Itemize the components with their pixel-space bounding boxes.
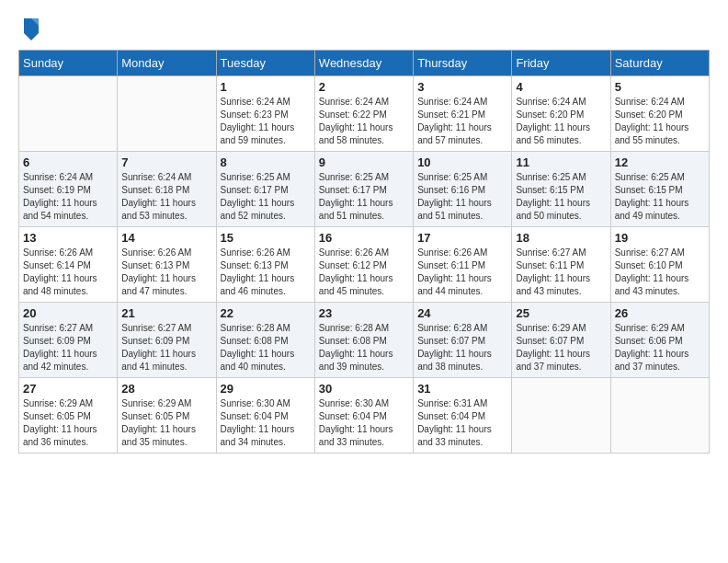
calendar-cell: 13Sunrise: 6:26 AM Sunset: 6:14 PM Dayli… [19, 227, 118, 303]
calendar-cell: 7Sunrise: 6:24 AM Sunset: 6:18 PM Daylig… [118, 152, 216, 227]
calendar-cell: 29Sunrise: 6:30 AM Sunset: 6:04 PM Dayli… [216, 378, 314, 454]
page-header [18, 18, 710, 40]
calendar-cell: 20Sunrise: 6:27 AM Sunset: 6:09 PM Dayli… [19, 303, 118, 378]
day-number: 11 [516, 155, 606, 169]
day-number: 19 [615, 231, 705, 245]
calendar-cell: 28Sunrise: 6:29 AM Sunset: 6:05 PM Dayli… [118, 378, 216, 454]
day-info: Sunrise: 6:28 AM Sunset: 6:08 PM Dayligh… [319, 322, 409, 373]
calendar-cell: 6Sunrise: 6:24 AM Sunset: 6:19 PM Daylig… [19, 152, 118, 227]
calendar-cell: 22Sunrise: 6:28 AM Sunset: 6:08 PM Dayli… [216, 303, 314, 378]
calendar-cell: 1Sunrise: 6:24 AM Sunset: 6:23 PM Daylig… [216, 76, 314, 152]
day-info: Sunrise: 6:31 AM Sunset: 6:04 PM Dayligh… [417, 397, 507, 449]
day-number: 24 [417, 306, 507, 320]
weekday-header-tuesday: Tuesday [216, 51, 314, 76]
day-number: 9 [319, 155, 409, 169]
calendar-cell: 5Sunrise: 6:24 AM Sunset: 6:20 PM Daylig… [610, 76, 709, 152]
day-info: Sunrise: 6:24 AM Sunset: 6:20 PM Dayligh… [516, 96, 606, 147]
day-info: Sunrise: 6:24 AM Sunset: 6:22 PM Dayligh… [319, 96, 409, 147]
day-number: 13 [23, 231, 113, 245]
day-number: 17 [417, 231, 507, 245]
day-info: Sunrise: 6:27 AM Sunset: 6:10 PM Dayligh… [615, 247, 705, 298]
calendar-cell: 16Sunrise: 6:26 AM Sunset: 6:12 PM Dayli… [314, 227, 413, 303]
day-info: Sunrise: 6:29 AM Sunset: 6:06 PM Dayligh… [615, 322, 705, 373]
day-info: Sunrise: 6:25 AM Sunset: 6:15 PM Dayligh… [615, 171, 705, 223]
day-info: Sunrise: 6:27 AM Sunset: 6:11 PM Dayligh… [516, 247, 606, 298]
calendar-cell [118, 76, 216, 152]
day-number: 14 [121, 231, 211, 245]
day-info: Sunrise: 6:24 AM Sunset: 6:20 PM Dayligh… [615, 96, 705, 147]
day-info: Sunrise: 6:29 AM Sunset: 6:07 PM Dayligh… [516, 322, 606, 373]
day-info: Sunrise: 6:26 AM Sunset: 6:14 PM Dayligh… [23, 247, 113, 298]
day-number: 26 [615, 306, 705, 320]
day-number: 16 [319, 231, 409, 245]
calendar-cell: 21Sunrise: 6:27 AM Sunset: 6:09 PM Dayli… [118, 303, 216, 378]
day-info: Sunrise: 6:25 AM Sunset: 6:17 PM Dayligh… [221, 171, 311, 223]
day-number: 22 [221, 306, 311, 320]
calendar-table: SundayMondayTuesdayWednesdayThursdayFrid… [18, 50, 710, 454]
calendar-cell: 10Sunrise: 6:25 AM Sunset: 6:16 PM Dayli… [414, 152, 512, 227]
calendar-cell: 3Sunrise: 6:24 AM Sunset: 6:21 PM Daylig… [414, 76, 512, 152]
calendar-cell: 27Sunrise: 6:29 AM Sunset: 6:05 PM Dayli… [19, 378, 118, 454]
calendar-cell: 26Sunrise: 6:29 AM Sunset: 6:06 PM Dayli… [610, 303, 709, 378]
logo [18, 18, 42, 40]
calendar-cell: 8Sunrise: 6:25 AM Sunset: 6:17 PM Daylig… [216, 152, 314, 227]
calendar-cell [610, 378, 709, 454]
calendar-week-5: 27Sunrise: 6:29 AM Sunset: 6:05 PM Dayli… [19, 378, 710, 454]
day-info: Sunrise: 6:26 AM Sunset: 6:13 PM Dayligh… [221, 247, 311, 298]
day-info: Sunrise: 6:29 AM Sunset: 6:05 PM Dayligh… [121, 397, 211, 449]
calendar-cell: 23Sunrise: 6:28 AM Sunset: 6:08 PM Dayli… [314, 303, 413, 378]
day-info: Sunrise: 6:24 AM Sunset: 6:18 PM Dayligh… [121, 171, 211, 223]
day-info: Sunrise: 6:27 AM Sunset: 6:09 PM Dayligh… [23, 322, 113, 373]
weekday-header-row: SundayMondayTuesdayWednesdayThursdayFrid… [19, 51, 710, 76]
calendar-week-2: 6Sunrise: 6:24 AM Sunset: 6:19 PM Daylig… [19, 152, 710, 227]
day-info: Sunrise: 6:26 AM Sunset: 6:13 PM Dayligh… [121, 247, 211, 298]
day-number: 27 [23, 382, 113, 396]
weekday-header-saturday: Saturday [610, 51, 709, 76]
day-number: 18 [516, 231, 606, 245]
day-number: 15 [221, 231, 311, 245]
calendar-cell: 31Sunrise: 6:31 AM Sunset: 6:04 PM Dayli… [414, 378, 512, 454]
calendar-cell: 9Sunrise: 6:25 AM Sunset: 6:17 PM Daylig… [314, 152, 413, 227]
day-number: 12 [615, 155, 705, 169]
calendar-week-3: 13Sunrise: 6:26 AM Sunset: 6:14 PM Dayli… [19, 227, 710, 303]
day-number: 21 [121, 306, 211, 320]
day-number: 8 [221, 155, 311, 169]
weekday-header-wednesday: Wednesday [314, 51, 413, 76]
day-info: Sunrise: 6:27 AM Sunset: 6:09 PM Dayligh… [121, 322, 211, 373]
calendar-cell: 24Sunrise: 6:28 AM Sunset: 6:07 PM Dayli… [414, 303, 512, 378]
day-number: 28 [121, 382, 211, 396]
day-number: 1 [221, 80, 311, 94]
calendar-cell: 25Sunrise: 6:29 AM Sunset: 6:07 PM Dayli… [512, 303, 610, 378]
weekday-header-monday: Monday [118, 51, 216, 76]
calendar-cell: 11Sunrise: 6:25 AM Sunset: 6:15 PM Dayli… [512, 152, 610, 227]
day-info: Sunrise: 6:25 AM Sunset: 6:15 PM Dayligh… [516, 171, 606, 223]
day-info: Sunrise: 6:24 AM Sunset: 6:19 PM Dayligh… [23, 171, 113, 223]
calendar-cell: 18Sunrise: 6:27 AM Sunset: 6:11 PM Dayli… [512, 227, 610, 303]
day-info: Sunrise: 6:30 AM Sunset: 6:04 PM Dayligh… [319, 397, 409, 449]
weekday-header-friday: Friday [512, 51, 610, 76]
calendar-cell: 19Sunrise: 6:27 AM Sunset: 6:10 PM Dayli… [610, 227, 709, 303]
calendar-cell: 17Sunrise: 6:26 AM Sunset: 6:11 PM Dayli… [414, 227, 512, 303]
day-number: 10 [417, 155, 507, 169]
calendar-cell: 30Sunrise: 6:30 AM Sunset: 6:04 PM Dayli… [314, 378, 413, 454]
day-number: 29 [221, 382, 311, 396]
day-info: Sunrise: 6:25 AM Sunset: 6:17 PM Dayligh… [319, 171, 409, 223]
day-info: Sunrise: 6:30 AM Sunset: 6:04 PM Dayligh… [221, 397, 311, 449]
calendar-week-1: 1Sunrise: 6:24 AM Sunset: 6:23 PM Daylig… [19, 76, 710, 152]
logo-icon [20, 15, 42, 40]
calendar-cell: 4Sunrise: 6:24 AM Sunset: 6:20 PM Daylig… [512, 76, 610, 152]
day-info: Sunrise: 6:28 AM Sunset: 6:07 PM Dayligh… [417, 322, 507, 373]
day-number: 20 [23, 306, 113, 320]
day-number: 2 [319, 80, 409, 94]
calendar-week-4: 20Sunrise: 6:27 AM Sunset: 6:09 PM Dayli… [19, 303, 710, 378]
calendar-cell: 14Sunrise: 6:26 AM Sunset: 6:13 PM Dayli… [118, 227, 216, 303]
day-number: 23 [319, 306, 409, 320]
day-number: 6 [23, 155, 113, 169]
day-info: Sunrise: 6:26 AM Sunset: 6:12 PM Dayligh… [319, 247, 409, 298]
day-number: 4 [516, 80, 606, 94]
day-number: 31 [417, 382, 507, 396]
weekday-header-sunday: Sunday [19, 51, 118, 76]
day-info: Sunrise: 6:26 AM Sunset: 6:11 PM Dayligh… [417, 247, 507, 298]
day-info: Sunrise: 6:29 AM Sunset: 6:05 PM Dayligh… [23, 397, 113, 449]
day-info: Sunrise: 6:25 AM Sunset: 6:16 PM Dayligh… [417, 171, 507, 223]
